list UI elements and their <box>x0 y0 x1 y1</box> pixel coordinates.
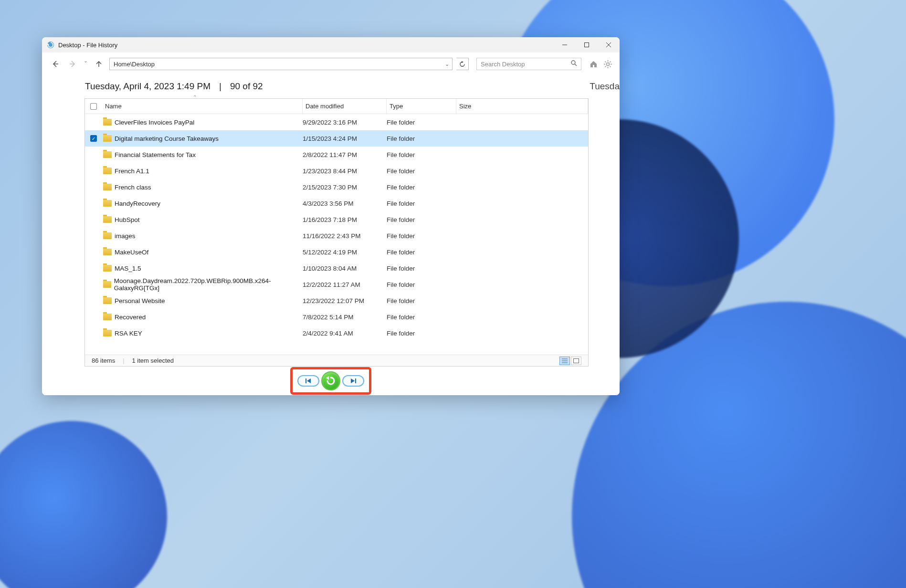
column-header-row: Name ⌃ Date modified Type Size <box>85 99 588 114</box>
search-icon <box>571 60 577 68</box>
file-type: File folder <box>387 249 456 256</box>
file-name: images <box>115 232 136 240</box>
previous-version-pane[interactable] <box>42 75 84 367</box>
table-row[interactable]: Moonage.Daydream.2022.720p.WEBRip.900MB.… <box>85 276 588 293</box>
svg-point-10 <box>571 61 575 64</box>
table-row[interactable]: HubSpot1/16/2023 7:18 PMFile folder <box>85 211 588 228</box>
column-header-type[interactable]: Type <box>387 99 456 114</box>
file-history-window: Desktop - File History ˅ Home\Desktop ⌄ <box>42 37 620 395</box>
file-name: Moonage.Daydream.2022.720p.WEBRip.900MB.… <box>114 277 303 292</box>
table-row[interactable]: CleverFiles Invoices PayPal9/29/2022 3:1… <box>85 114 588 130</box>
svg-line-11 <box>575 64 577 66</box>
file-name: RSA KEY <box>115 330 142 337</box>
file-date: 1/15/2023 4:24 PM <box>303 135 387 142</box>
table-row[interactable]: images11/16/2022 2:43 PMFile folder <box>85 228 588 244</box>
maximize-button[interactable] <box>576 37 598 52</box>
wallpaper-shape <box>0 421 167 588</box>
folder-icon <box>103 232 112 239</box>
up-button[interactable] <box>92 57 105 71</box>
file-type: File folder <box>387 314 456 321</box>
column-header-name[interactable]: Name ⌃ <box>102 99 303 114</box>
column-header-size[interactable]: Size <box>456 99 588 114</box>
svg-line-18 <box>610 66 611 67</box>
file-name: Digital marketing Course Takeaways <box>115 135 219 142</box>
back-button[interactable] <box>49 57 62 71</box>
row-checkbox[interactable]: ✓ <box>90 135 97 142</box>
file-name: French A1.1 <box>115 168 149 175</box>
search-input[interactable]: Search Desktop <box>476 58 581 70</box>
folder-icon <box>103 168 112 174</box>
app-icon <box>47 41 54 49</box>
search-placeholder: Search Desktop <box>481 61 525 68</box>
file-name: MakeUseOf <box>115 249 148 256</box>
folder-icon <box>103 281 111 288</box>
file-date: 2/4/2022 9:41 AM <box>303 330 387 337</box>
folder-icon <box>103 249 112 255</box>
gear-icon[interactable] <box>602 59 613 69</box>
file-date: 2/15/2023 7:30 PM <box>303 184 387 191</box>
folder-icon <box>103 314 112 320</box>
file-date: 4/3/2023 3:56 PM <box>303 200 387 207</box>
next-version-button[interactable] <box>342 375 364 387</box>
annotation-highlight <box>290 367 371 395</box>
folder-icon <box>103 330 112 336</box>
toolbar: ˅ Home\Desktop ⌄ Search Desktop <box>42 52 620 75</box>
refresh-button[interactable] <box>456 58 469 70</box>
forward-button[interactable] <box>66 57 79 71</box>
folder-icon <box>103 184 112 190</box>
previous-version-button[interactable] <box>297 375 319 387</box>
svg-rect-24 <box>574 358 579 363</box>
titlebar[interactable]: Desktop - File History <box>42 37 620 52</box>
folder-icon <box>103 119 112 126</box>
version-separator: | <box>219 81 221 92</box>
file-type: File folder <box>387 151 456 158</box>
minimize-button[interactable] <box>554 37 576 52</box>
file-type: File folder <box>387 297 456 304</box>
folder-icon <box>103 135 112 142</box>
table-row[interactable]: MakeUseOf5/12/2022 4:19 PMFile folder <box>85 244 588 260</box>
file-type: File folder <box>387 200 456 207</box>
folder-icon <box>103 151 112 158</box>
file-type: File folder <box>387 265 456 272</box>
folder-icon <box>103 297 112 304</box>
table-row[interactable]: Recovered7/8/2022 5:14 PMFile folder <box>85 309 588 325</box>
table-row[interactable]: Personal Website12/23/2022 12:07 PMFile … <box>85 293 588 309</box>
version-timestamp: Tuesday, April 4, 2023 1:49 PM <box>85 81 211 92</box>
table-row[interactable]: RSA KEY2/4/2022 9:41 AMFile folder <box>85 325 588 341</box>
selection-count: 1 item selected <box>132 357 174 364</box>
address-text: Home\Desktop <box>114 61 155 68</box>
file-date: 7/8/2022 5:14 PM <box>303 314 387 321</box>
svg-point-12 <box>606 63 609 65</box>
table-row[interactable]: French A1.11/23/2023 8:44 PMFile folder <box>85 163 588 179</box>
restore-button[interactable] <box>321 371 340 390</box>
table-row[interactable]: French class2/15/2023 7:30 PMFile folder <box>85 179 588 195</box>
table-row[interactable]: MAS_1.51/10/2023 8:04 AMFile folder <box>85 260 588 276</box>
file-type: File folder <box>387 135 456 142</box>
version-header: Tuesday, April 4, 2023 1:49 PM | 90 of 9… <box>85 81 263 92</box>
file-type: File folder <box>387 216 456 223</box>
home-icon[interactable] <box>588 59 599 69</box>
history-navigation-controls <box>42 367 620 395</box>
svg-marker-9 <box>462 61 464 63</box>
svg-line-17 <box>605 61 606 62</box>
file-date: 1/10/2023 8:04 AM <box>303 265 387 272</box>
file-name: HandyRecovery <box>115 200 160 207</box>
table-row[interactable]: HandyRecovery4/3/2023 3:56 PMFile folder <box>85 195 588 211</box>
file-list[interactable]: CleverFiles Invoices PayPal9/29/2022 3:1… <box>85 114 588 355</box>
column-header-date[interactable]: Date modified <box>303 99 387 114</box>
table-row[interactable]: ✓Digital marketing Course Takeaways1/15/… <box>85 130 588 147</box>
thumbnail-view-toggle[interactable] <box>571 357 581 365</box>
file-list-panel: Name ⌃ Date modified Type Size CleverFil… <box>84 98 589 367</box>
file-name: Financial Statements for Tax <box>115 151 196 158</box>
close-button[interactable] <box>598 37 620 52</box>
address-bar[interactable]: Home\Desktop ⌄ <box>109 58 453 70</box>
svg-marker-26 <box>307 378 311 383</box>
chevron-down-icon[interactable]: ⌄ <box>445 61 449 67</box>
next-version-pane[interactable] <box>589 75 620 367</box>
table-row[interactable]: Financial Statements for Tax2/8/2022 11:… <box>85 147 588 163</box>
file-type: File folder <box>387 184 456 191</box>
select-all-checkbox[interactable] <box>90 103 97 110</box>
svg-line-19 <box>605 66 606 67</box>
folder-icon <box>103 200 112 207</box>
details-view-toggle[interactable] <box>559 357 570 365</box>
